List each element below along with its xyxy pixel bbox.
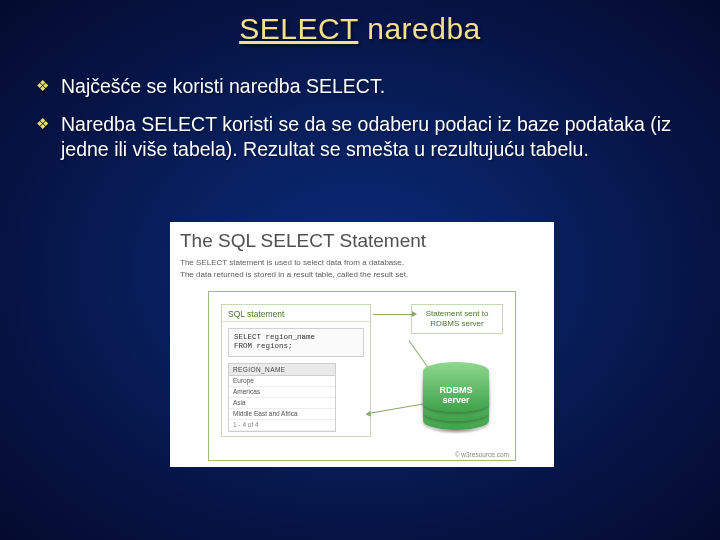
bullet-list: ❖ Najčešće se koristi naredba SELECT. ❖ … bbox=[0, 74, 720, 161]
sql-line: SELECT region_name bbox=[234, 333, 358, 342]
sql-statement-box: SQL statement SELECT region_name FROM re… bbox=[221, 304, 371, 437]
result-row: Middle East and Africa bbox=[229, 409, 335, 420]
title-select: SELECT bbox=[239, 12, 358, 45]
sql-line: FROM regions; bbox=[234, 342, 358, 351]
title-rest: naredba bbox=[358, 12, 480, 45]
figure-paragraph: The data returned is stored in a result … bbox=[170, 268, 554, 280]
result-row: Asia bbox=[229, 398, 335, 409]
bullet-item: ❖ Naredba SELECT koristi se da se odaber… bbox=[36, 112, 694, 161]
figure-panel: The SQL SELECT Statement The SELECT stat… bbox=[170, 222, 554, 467]
result-row: Americas bbox=[229, 387, 335, 398]
sql-box-title: SQL statement bbox=[222, 305, 370, 322]
bullet-text: Najčešće se koristi naredba SELECT. bbox=[61, 74, 385, 98]
bullet-item: ❖ Najčešće se koristi naredba SELECT. bbox=[36, 74, 694, 98]
sql-code: SELECT region_name FROM regions; bbox=[228, 328, 364, 357]
database-icon: RDBMS server bbox=[423, 362, 489, 430]
arrow-icon bbox=[369, 403, 424, 414]
diamond-bullet-icon: ❖ bbox=[36, 77, 49, 96]
bullet-text: Naredba SELECT koristi se da se odaberu … bbox=[61, 112, 694, 161]
right-box-line: Statement sent to bbox=[418, 309, 496, 319]
figure-heading: The SQL SELECT Statement bbox=[170, 222, 554, 256]
statement-sent-box: Statement sent to RDBMS server bbox=[411, 304, 503, 334]
result-table: REGION_NAME Europe Americas Asia Middle … bbox=[228, 363, 336, 432]
db-label: RDBMS server bbox=[423, 386, 489, 406]
right-box-line: RDBMS server bbox=[418, 319, 496, 329]
diamond-bullet-icon: ❖ bbox=[36, 115, 49, 134]
result-header: REGION_NAME bbox=[229, 364, 335, 376]
select-diagram: SQL statement SELECT region_name FROM re… bbox=[208, 291, 516, 461]
arrow-icon bbox=[373, 314, 413, 315]
result-row: Europe bbox=[229, 376, 335, 387]
figure-credit: © w3resource.com bbox=[455, 451, 509, 458]
figure-paragraph: The SELECT statement is used to select d… bbox=[170, 256, 554, 268]
slide-title: SELECT naredba bbox=[0, 0, 720, 46]
db-label-line: server bbox=[423, 396, 489, 406]
result-footer: 1 - 4 of 4 bbox=[229, 420, 335, 431]
